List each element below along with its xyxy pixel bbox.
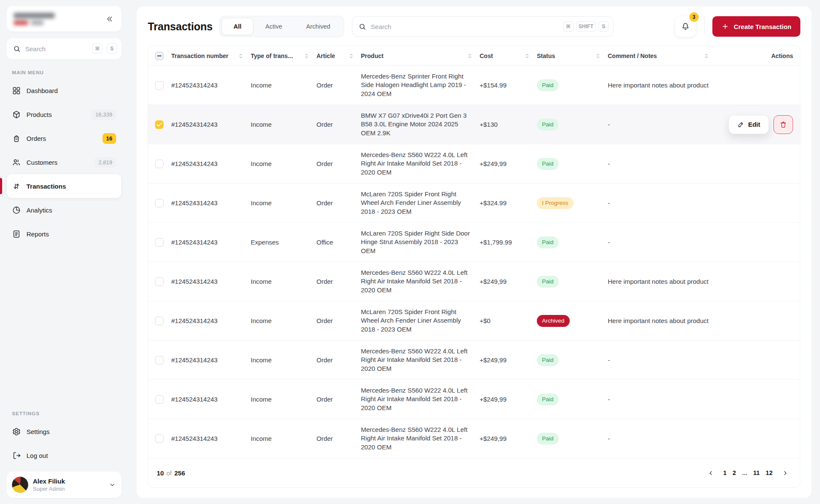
cmd-key: ⌘ xyxy=(563,21,574,32)
cell-transaction-number: #124524314243 xyxy=(171,239,244,246)
create-transaction-button[interactable]: Create Transaction xyxy=(712,16,800,37)
sidebar-item-dashboard[interactable]: Dashboard xyxy=(7,79,121,102)
column-header-transaction-number[interactable]: Transaction number xyxy=(171,52,244,59)
page-header: Transactions All Active Archived Search … xyxy=(148,16,800,37)
cell-cost: +$130 xyxy=(480,121,530,128)
cell-product: McLaren 720S Spider Front Right Wheel Ar… xyxy=(361,302,473,340)
edit-button[interactable]: Edit xyxy=(729,115,769,134)
row-checkbox[interactable] xyxy=(155,395,164,404)
cell-transaction-number: #124524314243 xyxy=(171,121,244,128)
sort-icon[interactable] xyxy=(467,53,473,59)
tab-active[interactable]: Active xyxy=(253,18,294,35)
page-number[interactable]: 12 xyxy=(766,469,773,476)
status-badge: Paid xyxy=(537,158,559,170)
page-ellipsis: ... xyxy=(742,469,747,476)
cell-status: Paid xyxy=(537,79,601,91)
page-number[interactable]: 1 xyxy=(723,469,726,476)
cell-article: Order xyxy=(316,356,354,364)
sort-icon[interactable] xyxy=(304,53,310,59)
cell-comment: Here important notes about product xyxy=(608,316,709,325)
cell-status: Paid xyxy=(537,433,601,445)
table-row[interactable]: #124524314243 Income Order McLaren 720S … xyxy=(148,301,800,341)
column-header-cost[interactable]: Cost xyxy=(480,52,530,59)
sidebar-item-label: Reports xyxy=(26,230,49,238)
column-header-article[interactable]: Article xyxy=(316,52,354,59)
row-checkbox[interactable] xyxy=(155,199,164,207)
cell-cost: +$324.99 xyxy=(480,199,530,207)
cell-type: Income xyxy=(251,121,310,128)
table-row[interactable]: #124524314243 Income Order Mercedes-Benz… xyxy=(148,144,800,184)
table-row[interactable]: #124524314243 Income Order Mercedes-Benz… xyxy=(148,66,800,105)
select-all-checkbox[interactable] xyxy=(155,52,164,60)
column-header-type[interactable]: Type of trans... xyxy=(251,52,310,59)
sidebar-item-analytics[interactable]: Analytics xyxy=(7,198,121,222)
results-count: 10 of 256 xyxy=(157,469,185,477)
cell-article: Order xyxy=(316,160,354,167)
orders-icon xyxy=(12,134,21,143)
search-icon xyxy=(358,23,366,31)
cell-type: Income xyxy=(251,317,310,324)
table-row[interactable]: #124524314243 Income Order Mercedes-Benz… xyxy=(148,262,800,301)
sidebar-item-products[interactable]: Products 16,339 xyxy=(7,102,121,126)
sidebar-search-input[interactable]: Search ⌘ S xyxy=(7,38,121,59)
row-checkbox[interactable] xyxy=(155,277,164,286)
row-checkbox[interactable] xyxy=(155,356,164,364)
cell-comment: - xyxy=(608,198,709,207)
user-profile-card[interactable]: Alex Filiuk Super Admin xyxy=(7,472,121,498)
sidebar-collapse-button[interactable] xyxy=(102,12,116,26)
sidebar-item-label: Log out xyxy=(26,452,48,459)
delete-button[interactable] xyxy=(773,115,793,134)
cell-type: Income xyxy=(251,435,310,442)
sidebar: Search ⌘ S MAIN MENU Dashboard Products … xyxy=(0,0,128,504)
table-row[interactable]: #124524314243 Income Order Mercedes-Benz… xyxy=(148,419,800,458)
cell-article: Order xyxy=(316,82,354,89)
table-row[interactable]: #124524314243 Income Order Mercedes-Benz… xyxy=(148,380,800,419)
sidebar-item-customers[interactable]: Customers 2,819 xyxy=(7,150,121,174)
row-checkbox[interactable] xyxy=(155,317,164,325)
sort-icon[interactable] xyxy=(524,53,530,59)
sort-icon[interactable] xyxy=(595,53,601,59)
tab-archived[interactable]: Archived xyxy=(294,18,342,35)
page-number[interactable]: 2 xyxy=(732,469,736,476)
row-checkbox[interactable] xyxy=(155,81,164,90)
row-checkbox[interactable] xyxy=(155,238,164,247)
sidebar-item-orders[interactable]: Orders 16 xyxy=(7,126,121,150)
cell-transaction-number: #124524314243 xyxy=(171,278,244,285)
sidebar-item-settings[interactable]: Settings xyxy=(7,420,121,443)
page-number[interactable]: 11 xyxy=(753,469,760,476)
column-header-status[interactable]: Status xyxy=(537,52,601,59)
search-input[interactable]: Search ⌘ SHIFT S xyxy=(352,16,613,37)
table-row[interactable]: #124524314243 Income Order BMW X7 G07 xD… xyxy=(148,105,800,144)
sidebar-item-transactions[interactable]: Transactions xyxy=(7,174,121,198)
row-checkbox[interactable] xyxy=(155,434,164,443)
pagination: 12...1112 xyxy=(704,466,791,479)
cell-status: I Progress xyxy=(537,197,601,209)
cell-comment: - xyxy=(608,238,709,247)
transactions-table: Transaction number Type of trans... Arti… xyxy=(148,46,800,488)
s-key: S xyxy=(107,44,117,54)
count-badge: 16,339 xyxy=(91,109,116,120)
row-checkbox[interactable] xyxy=(155,120,164,129)
cell-status: Paid xyxy=(537,236,601,248)
sidebar-item-logout[interactable]: Log out xyxy=(7,443,121,467)
next-page-button[interactable] xyxy=(779,466,791,479)
cell-article: Order xyxy=(316,199,354,207)
cell-product: McLaren 720S Spider Front Right Wheel Ar… xyxy=(361,184,473,222)
table-row[interactable]: #124524314243 Income Order McLaren 720S … xyxy=(148,184,800,223)
cell-comment: - xyxy=(608,159,709,168)
column-header-comment[interactable]: Comment / Notes xyxy=(608,52,709,59)
column-header-product[interactable]: Product xyxy=(361,52,473,59)
user-role: Super Admin xyxy=(33,486,104,492)
sort-icon[interactable] xyxy=(703,53,709,59)
tab-all[interactable]: All xyxy=(222,18,254,35)
table-row[interactable]: #124524314243 Expenses Office McLaren 72… xyxy=(148,223,800,262)
cell-comment: - xyxy=(608,120,709,129)
row-checkbox[interactable] xyxy=(155,160,164,168)
analytics-icon xyxy=(12,206,21,215)
table-row[interactable]: #124524314243 Income Order Mercedes-Benz… xyxy=(148,341,800,380)
chevron-right-icon xyxy=(782,470,788,476)
sort-icon[interactable] xyxy=(238,53,244,59)
sidebar-item-reports[interactable]: Reports xyxy=(7,222,121,246)
sort-icon[interactable] xyxy=(348,53,354,59)
previous-page-button[interactable] xyxy=(704,466,717,479)
